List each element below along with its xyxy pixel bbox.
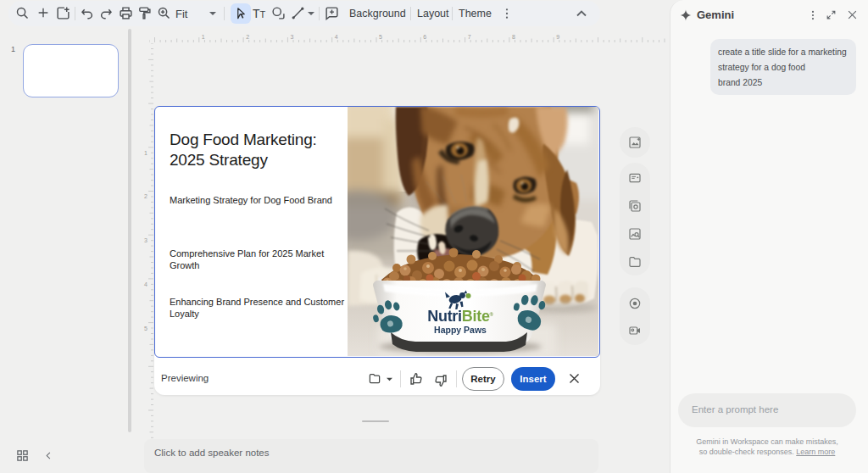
svg-text:5: 5 [144,326,147,331]
svg-text:8: 8 [512,34,515,40]
svg-text:3: 3 [290,34,293,40]
svg-text:2: 2 [246,34,249,40]
svg-text:4: 4 [335,34,338,40]
svg-text:6: 6 [423,34,426,40]
svg-text:Happy Paws: Happy Paws [434,325,487,335]
svg-text:9: 9 [556,34,559,40]
svg-text:2: 2 [144,193,147,199]
svg-text:7: 7 [468,34,471,40]
svg-text:1: 1 [202,34,205,40]
svg-text:4: 4 [144,281,147,287]
svg-text:5: 5 [379,34,382,40]
svg-text:NutriBite®: NutriBite® [427,308,493,325]
svg-text:3: 3 [144,237,147,243]
svg-text:1: 1 [144,150,147,156]
